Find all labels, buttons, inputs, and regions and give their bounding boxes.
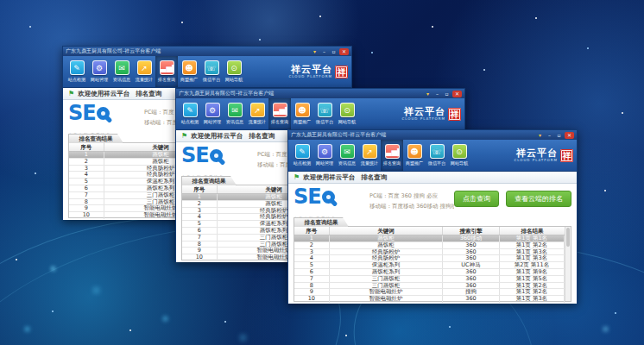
- maximize-button[interactable]: ▫: [555, 132, 563, 139]
- toolbar-item-7[interactable]: ☏微信平台: [426, 140, 448, 171]
- table-row[interactable]: 5保温柜系列UC神马第2页 第11名: [294, 262, 565, 269]
- header-no: 序号: [69, 143, 104, 151]
- table-row[interactable]: 4经典肠粉炉360第1页 第3名: [294, 255, 565, 262]
- table-row[interactable]: 2蒸饭柜360第1页 第2名: [294, 242, 565, 249]
- toolbar-item-label: 流量统计: [249, 118, 266, 125]
- table-row[interactable]: 7三门蒸饭柜360第1页 第5名: [294, 276, 565, 283]
- cell-no: 3: [294, 249, 330, 255]
- close-button[interactable]: ✕: [565, 132, 574, 139]
- welcome-section: 排名查询: [361, 173, 387, 182]
- toolbar-item-7[interactable]: ☏微信平台: [200, 56, 223, 87]
- minimize-button[interactable]: –: [546, 132, 553, 139]
- welcome-section: 排名查询: [136, 90, 161, 98]
- cell-rank: 第1页 第3名: [500, 249, 565, 255]
- toolbar-item-5[interactable]: ▃▅▇排名查询: [381, 140, 403, 171]
- query-button[interactable]: 点击查询: [454, 191, 499, 207]
- header-no: 序号: [294, 227, 330, 235]
- alliance-promo-icon: ☻: [295, 103, 310, 117]
- table-row[interactable]: 9智能电磁灶炉搜狗第1页 第2名: [294, 289, 565, 296]
- table-row[interactable]: 1蒸饭柜360移动第1页 第1名: [294, 235, 565, 242]
- cell-rank: 第1页 第5名: [500, 276, 565, 282]
- results-tab[interactable]: 排名查询结果: [294, 217, 349, 227]
- wechat-platform-icon: ☏: [430, 144, 445, 159]
- toolbar-item-2[interactable]: ⚙网站管理: [88, 56, 110, 87]
- cell-no: 2: [69, 159, 104, 165]
- toolbar-item-4[interactable]: ↗流量统计: [358, 140, 381, 171]
- toolbar-item-label: 排名查询: [158, 76, 175, 83]
- cell-keyword: 蒸饭柜: [330, 235, 443, 242]
- cell-engine: 360移动: [443, 235, 500, 242]
- seo-logo-text: SE: [294, 186, 321, 207]
- maximize-button[interactable]: ▫: [443, 91, 451, 97]
- toolbar-item-8[interactable]: ⊙网站导航: [336, 98, 358, 129]
- cell-engine: 360: [443, 283, 500, 289]
- cell-rank: 第1页 第2名: [500, 242, 565, 248]
- toolbar-item-label: 网站导航: [451, 160, 468, 166]
- toolbar-item-6[interactable]: ☻商盟推广: [291, 98, 313, 129]
- cell-no: 7: [182, 235, 218, 241]
- window-controls: ▾ – ▫ ✕: [424, 91, 462, 97]
- cell-no: 3: [69, 166, 104, 172]
- cell-no: 1: [294, 235, 330, 242]
- toolbar-item-5[interactable]: ▃▅▇排名查询: [155, 56, 178, 87]
- toolbar-item-7[interactable]: ☏微信平台: [313, 98, 336, 129]
- toolbar-item-1[interactable]: ✎站点检测: [179, 98, 201, 129]
- message-icon: ✉: [228, 103, 243, 117]
- results-tab[interactable]: 排名查询结果: [68, 134, 123, 143]
- toolbar-item-3[interactable]: ✉资讯信息: [224, 98, 246, 129]
- maximize-button[interactable]: ▫: [330, 48, 338, 55]
- minimize-button[interactable]: –: [320, 48, 328, 55]
- toolbar-item-3[interactable]: ✉资讯信息: [336, 140, 358, 171]
- table-row[interactable]: 3经典肠粉炉360第1页 第3名: [294, 249, 565, 256]
- toolbar-item-1[interactable]: ✎站点检测: [291, 140, 313, 171]
- cell-engine: 搜狗: [443, 289, 500, 295]
- rank-query-icon: ▃▅▇: [273, 103, 287, 117]
- brand: 祥云平台 CLOUD PLATFORM 祥: [288, 56, 349, 87]
- toolbar-item-3[interactable]: ✉资讯信息: [110, 56, 133, 87]
- toolbar-item-4[interactable]: ↗流量统计: [133, 56, 155, 87]
- toolbar-item-5[interactable]: ▃▅▇排名查询: [268, 98, 291, 129]
- cell-no: 9: [69, 205, 104, 211]
- toolbar-item-2[interactable]: ⚙网站管理: [201, 98, 224, 129]
- toolbar-item-6[interactable]: ☻商盟推广: [403, 140, 426, 171]
- toolbar-item-2[interactable]: ⚙网站管理: [313, 140, 336, 171]
- table-header: 序号 关键词 搜索引擎 排名结果: [294, 227, 565, 235]
- table-row[interactable]: 10智能电磁灶炉360第1页 第3名: [294, 296, 565, 303]
- flag-icon: ⚑: [294, 174, 300, 181]
- site-nav-icon: ⊙: [452, 144, 467, 159]
- toolbar-item-1[interactable]: ✎站点检测: [66, 56, 88, 87]
- table-row[interactable]: 6蒸饭柜系列360第1页 第9名: [294, 269, 565, 276]
- table-scrollbar[interactable]: [565, 227, 571, 301]
- results-tbody: 1蒸饭柜360移动第1页 第1名2蒸饭柜360第1页 第2名3经典肠粉炉360第…: [294, 235, 565, 303]
- table-row[interactable]: 8三门蒸饭柜360第1页 第2名: [294, 283, 565, 290]
- close-button[interactable]: ✕: [452, 91, 462, 97]
- scrollbar-thumb[interactable]: [566, 228, 570, 247]
- brand-subtitle: CLOUD PLATFORM: [288, 75, 332, 78]
- toolbar-item-8[interactable]: ⊙网站导航: [223, 56, 245, 87]
- window-titlebar[interactable]: 广东九鼎王厨具有限公司-祥云平台客户端 ▾ – ▫ ✕: [176, 89, 464, 98]
- skin-button[interactable]: ▾: [311, 48, 319, 55]
- seo-logo-text: SE: [181, 145, 209, 166]
- cell-no: 4: [294, 255, 330, 261]
- cell-engine: 360: [443, 296, 500, 303]
- skin-button[interactable]: ▾: [424, 91, 432, 97]
- toolbar-item-6[interactable]: ☻商盟推广: [178, 56, 200, 87]
- magnifier-icon: [97, 107, 110, 120]
- cell-keyword: 经典肠粉炉: [330, 255, 443, 261]
- results-tab[interactable]: 排名查询结果: [181, 176, 237, 185]
- cell-rank: 第1页 第3名: [500, 255, 565, 261]
- brand: 祥云平台 CLOUD PLATFORM 祥: [401, 98, 462, 129]
- toolbar-item-label: 站点检测: [294, 160, 311, 166]
- action-buttons: 点击查询 查看云端的排名: [454, 186, 571, 207]
- magnifier-icon: [210, 149, 223, 162]
- window-titlebar[interactable]: 广东九鼎王厨具有限公司-祥云平台客户端 ▾ – ▫ ✕: [63, 47, 351, 56]
- window-titlebar[interactable]: 广东九鼎王厨具有限公司-祥云平台客户端 ▾ – ▫ ✕: [288, 130, 577, 140]
- view-cloud-rank-button[interactable]: 查看云端的排名: [506, 191, 571, 207]
- engine-info: PC端：百度 360 搜狗 必应 移动端：百度移动 360移动 搜狗移动 UC神…: [369, 186, 454, 212]
- minimize-button[interactable]: –: [433, 91, 441, 97]
- close-button[interactable]: ✕: [339, 48, 349, 55]
- skin-button[interactable]: ▾: [536, 132, 544, 139]
- toolbar-item-4[interactable]: ↗流量统计: [246, 98, 268, 129]
- toolbar-item-8[interactable]: ⊙网站导航: [448, 140, 470, 171]
- wechat-platform-icon: ☏: [318, 103, 332, 117]
